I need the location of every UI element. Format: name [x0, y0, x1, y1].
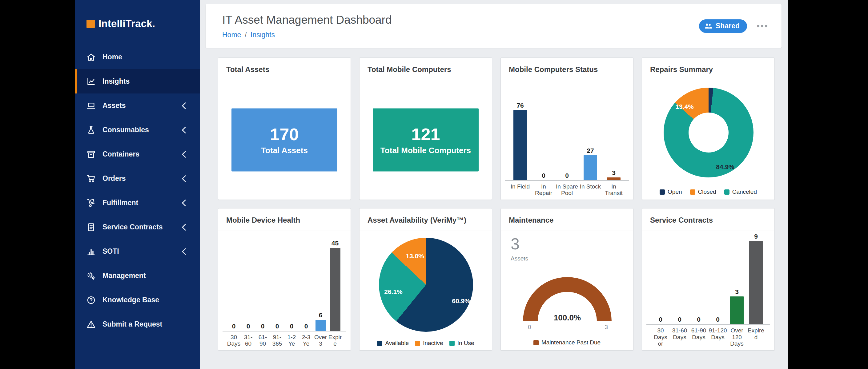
- sidebar-item-knowledge-base[interactable]: Knowledge Base: [75, 288, 200, 312]
- x-axis-label: 91-120 Days: [708, 325, 727, 347]
- bar-value: 0: [678, 316, 681, 323]
- bar-value: 0: [247, 323, 250, 330]
- bar-in-stock[interactable]: [584, 155, 597, 180]
- legend-item-open[interactable]: Open: [660, 189, 682, 195]
- shared-button[interactable]: Shared: [699, 20, 747, 33]
- bar-in-field[interactable]: [514, 110, 527, 180]
- more-options-button[interactable]: ⋯: [756, 23, 768, 29]
- chevron-left-icon: [182, 199, 189, 206]
- legend-label: Available: [385, 340, 409, 346]
- gauge-min: 0: [528, 324, 531, 331]
- legend-swatch: [660, 190, 665, 195]
- sidebar-item-submit-request[interactable]: Submit a Request: [75, 312, 200, 336]
- breadcrumb-current-link[interactable]: Insights: [251, 31, 275, 39]
- sidebar-item-management[interactable]: Management: [75, 264, 200, 288]
- breadcrumb-home-link[interactable]: Home: [222, 31, 241, 39]
- bar-value: 6: [319, 311, 322, 319]
- app-window: IntelliTrack. Home Insights Assets Consu…: [75, 0, 788, 369]
- total-mobile-value: 121: [411, 125, 440, 144]
- bar-value: 0: [304, 323, 308, 330]
- gears-icon: [87, 271, 96, 280]
- repairs-donut-chart[interactable]: [663, 88, 753, 177]
- brand-name: IntelliTrack.: [98, 18, 155, 30]
- bar-value: 9: [754, 233, 758, 240]
- donut-label-closed: 13.4%: [675, 103, 694, 110]
- bar-value: 0: [659, 316, 662, 323]
- brand-logo-mark: [87, 20, 95, 28]
- chevron-left-icon: [182, 151, 189, 158]
- line-chart-icon: [87, 77, 96, 86]
- bar-value: 0: [565, 172, 569, 179]
- bar-over-3[interactable]: [315, 320, 326, 331]
- mobile-computers-status-chart: 76 0 0 27 3 In Field In Repair In Spare …: [505, 90, 629, 197]
- legend-label: Maintenance Past Due: [541, 339, 600, 346]
- page-title: IT Asset Management Dashboard: [222, 13, 781, 27]
- sidebar: IntelliTrack. Home Insights Assets Consu…: [75, 0, 200, 369]
- legend-item-in-use[interactable]: In Use: [450, 340, 474, 346]
- question-circle-icon: [87, 296, 96, 305]
- total-mobile-stat-box: 121 Total Mobile Computers: [373, 108, 478, 172]
- sidebar-item-label: Fulfillment: [102, 199, 138, 207]
- legend-item-inactive[interactable]: Inactive: [415, 340, 443, 346]
- sidebar-item-label: Consumables: [102, 126, 149, 134]
- bar-value: 0: [697, 316, 701, 323]
- sidebar-item-label: Orders: [102, 174, 126, 183]
- x-axis-label: Expire: [328, 332, 342, 347]
- sidebar-item-insights[interactable]: Insights: [75, 69, 200, 94]
- legend-item-canceled[interactable]: Canceled: [724, 189, 757, 195]
- laptop-icon: [87, 101, 96, 110]
- document-icon: [87, 223, 96, 232]
- x-axis-label: In Stock: [579, 181, 602, 197]
- bar-expired[interactable]: [749, 241, 763, 324]
- sidebar-item-soti[interactable]: SOTI: [75, 239, 200, 264]
- x-axis-label: 61-90 Days: [689, 325, 708, 347]
- sidebar-item-orders[interactable]: Orders: [75, 166, 200, 191]
- card-total-assets: Total Assets 170 Total Assets: [218, 58, 351, 200]
- x-axis-label: In Spare Pool: [555, 181, 579, 197]
- flask-icon: [87, 126, 96, 135]
- gauge-max: 3: [604, 324, 608, 331]
- repairs-legend: Open Closed Canceled: [642, 189, 774, 195]
- chevron-left-icon: [182, 248, 189, 255]
- legend-item-maintenance-past-due[interactable]: Maintenance Past Due: [533, 339, 600, 346]
- sidebar-item-label: Home: [102, 53, 122, 61]
- sidebar-item-label: Submit a Request: [102, 320, 162, 328]
- sidebar-item-label: SOTI: [102, 247, 119, 256]
- card-mobile-device-health: Mobile Device Health 0 0 0 0 0 0 6 45: [218, 208, 351, 350]
- x-axis-label: 61-90: [255, 332, 270, 347]
- sidebar-item-label: Service Contracts: [102, 223, 163, 231]
- card-title: Mobile Device Health: [218, 208, 350, 231]
- total-assets-value: 170: [270, 125, 299, 144]
- sidebar-item-service-contracts[interactable]: Service Contracts: [75, 215, 200, 239]
- maintenance-count-label: Assets: [510, 255, 528, 262]
- total-assets-label: Total Assets: [261, 145, 308, 155]
- x-axis-label: 91-365: [270, 332, 284, 347]
- bar-over-120-days[interactable]: [730, 296, 744, 324]
- bar-in-transit[interactable]: [607, 177, 621, 180]
- sidebar-item-assets[interactable]: Assets: [75, 94, 200, 118]
- dashboard-card-grid: Total Assets 170 Total Assets Total Mobi…: [200, 48, 788, 350]
- sidebar-item-home[interactable]: Home: [75, 45, 200, 69]
- legend-swatch: [724, 190, 730, 195]
- legend-item-closed[interactable]: Closed: [690, 189, 716, 195]
- card-title: Total Mobile Computers: [360, 58, 492, 80]
- cart-icon: [87, 174, 96, 183]
- total-mobile-label: Total Mobile Computers: [380, 145, 471, 155]
- card-title: Service Contracts: [642, 208, 774, 231]
- sidebar-item-containers[interactable]: Containers: [75, 142, 200, 166]
- chevron-left-icon: [182, 224, 189, 231]
- legend-swatch: [533, 340, 539, 345]
- x-axis-label: 30 Days or: [651, 325, 670, 347]
- sidebar-item-consumables[interactable]: Consumables: [75, 118, 200, 142]
- card-total-mobile-computers: Total Mobile Computers 121 Total Mobile …: [359, 58, 492, 200]
- bar-value: 0: [232, 323, 236, 330]
- pie-label-inactive: 13.0%: [406, 253, 424, 260]
- sidebar-item-fulfillment[interactable]: Fulfillment: [75, 191, 200, 215]
- sidebar-nav: Home Insights Assets Consumables Contain…: [75, 45, 200, 336]
- legend-item-available[interactable]: Available: [377, 340, 409, 346]
- sidebar-item-label: Insights: [102, 77, 130, 86]
- maintenance-gauge[interactable]: 100.0% 0 3: [523, 277, 612, 321]
- bar-expired[interactable]: [330, 248, 340, 331]
- availability-pie-chart[interactable]: [379, 238, 473, 332]
- box-icon: [87, 150, 96, 159]
